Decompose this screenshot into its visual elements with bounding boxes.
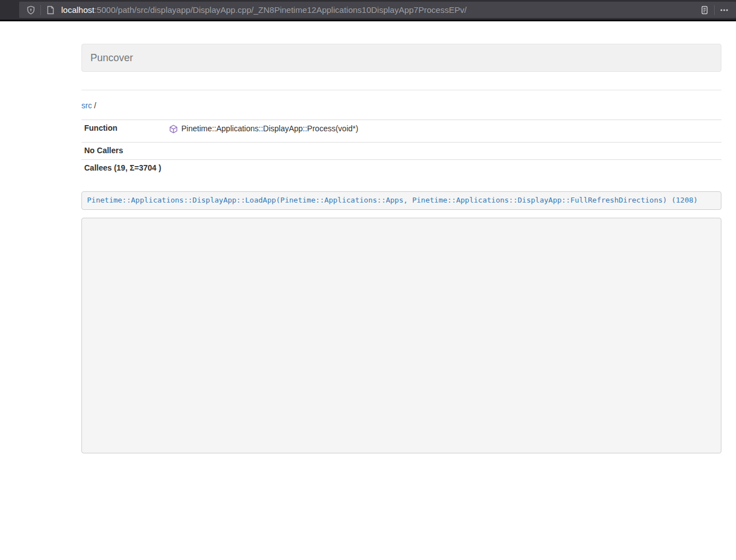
url-bar-separator — [714, 5, 715, 15]
breadcrumb: src / — [81, 100, 721, 112]
url-host: localhost — [61, 5, 94, 15]
symbol-cube-icon — [169, 125, 178, 134]
overflow-menu-icon[interactable] — [717, 3, 732, 17]
no-callers-label: No Callers — [81, 142, 166, 159]
shield-icon[interactable] — [24, 3, 38, 17]
disassembly-listing — [81, 218, 721, 453]
function-row: Function Pinetime::Applications::Display… — [81, 120, 721, 142]
function-heading: Pinetime::Applications::DisplayApp::Proc… — [169, 123, 719, 137]
page-icon — [43, 3, 58, 17]
no-callers-row: No Callers — [81, 142, 721, 159]
url-text[interactable]: localhost:5000/path/src/displayapp/Displ… — [61, 4, 697, 16]
breadcrumb-link[interactable]: src — [81, 101, 92, 110]
no-callers-cell — [166, 142, 721, 159]
url-bar[interactable]: localhost:5000/path/src/displayapp/Displ… — [19, 2, 736, 18]
app-navbar: Puncover — [81, 44, 721, 72]
function-row-label: Function — [81, 120, 166, 142]
browser-toolbar: localhost:5000/path/src/displayapp/Displ… — [0, 0, 736, 20]
highlighted-callee-link[interactable]: Pinetime::Applications::DisplayApp::Load… — [87, 196, 698, 204]
page-container: Puncover src / Function Pinetime::Applic… — [81, 21, 721, 453]
highlighted-callee: Pinetime::Applications::DisplayApp::Load… — [81, 191, 721, 210]
url-bar-separator — [40, 5, 41, 15]
divider — [81, 90, 721, 90]
reader-mode-icon[interactable] — [697, 3, 712, 17]
callees-label: Callees (19, Σ=3704 ) — [81, 159, 166, 176]
app-title[interactable]: Puncover — [82, 44, 141, 71]
symbol-table: Function Pinetime::Applications::Display… — [81, 120, 721, 177]
callees-row: Callees (19, Σ=3704 ) — [81, 159, 721, 176]
callees-list — [166, 159, 721, 176]
function-name: Pinetime::Applications::DisplayApp::Proc… — [181, 123, 358, 135]
function-cell: Pinetime::Applications::DisplayApp::Proc… — [166, 120, 721, 142]
breadcrumb-separator: / — [92, 101, 97, 110]
url-path: :5000/path/src/displayapp/DisplayApp.cpp… — [94, 5, 467, 15]
